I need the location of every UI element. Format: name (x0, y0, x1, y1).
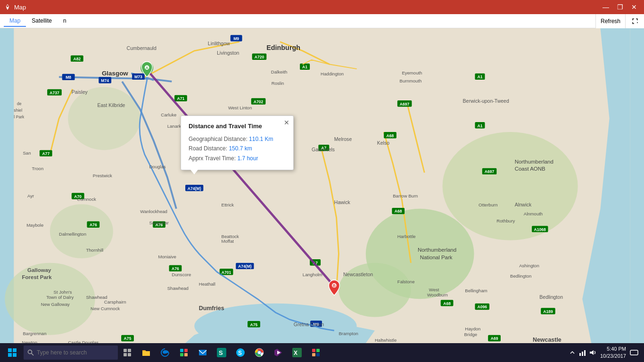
road-value: 150.7 km (229, 145, 252, 152)
svg-text:A: A (146, 66, 149, 70)
svg-rect-177 (128, 353, 131, 356)
svg-point-8 (443, 132, 578, 240)
clock-date: 10/23/2017 (600, 353, 626, 360)
edge-button[interactable] (157, 344, 173, 361)
svg-text:Northumberland: Northumberland (515, 159, 553, 165)
svg-point-1 (7, 5, 8, 7)
svg-text:Melrose: Melrose (334, 136, 352, 142)
svg-rect-178 (142, 351, 150, 356)
svg-text:Cumnock: Cumnock (77, 197, 96, 202)
svg-text:Rothbury: Rothbury (496, 218, 515, 223)
svg-text:Galashiels: Galashiels (312, 147, 335, 152)
search-bar[interactable] (24, 346, 118, 360)
excel-button[interactable]: X (289, 344, 305, 361)
popup-close-button[interactable]: ✕ (284, 119, 289, 126)
misc-icon (311, 348, 321, 357)
svg-text:Maybole: Maybole (26, 222, 43, 228)
svg-text:Eyemouth: Eyemouth (402, 70, 422, 75)
svg-text:shiel: shiel (14, 108, 22, 113)
svg-text:A75: A75 (250, 322, 258, 327)
svg-text:Newcastle: Newcastle (533, 337, 561, 343)
store-icon (179, 348, 189, 357)
notification-icon[interactable] (630, 349, 638, 356)
mail-button[interactable] (194, 344, 211, 361)
titlebar-title: Map (14, 4, 26, 11)
svg-text:Haltwhistle: Haltwhistle (375, 337, 396, 343)
fullscreen-button[interactable] (625, 14, 644, 28)
chrome-icon (255, 348, 264, 357)
fullscreen-icon (632, 18, 638, 25)
misc-button[interactable] (307, 344, 324, 361)
svg-text:A1: A1 (477, 74, 482, 79)
visual-studio-icon (273, 348, 283, 357)
svg-text:A76: A76 (172, 266, 179, 271)
svg-text:Bellingham: Bellingham (465, 288, 487, 293)
file-explorer-button[interactable] (138, 344, 155, 361)
svg-text:A1: A1 (302, 65, 307, 69)
svg-rect-180 (184, 349, 188, 352)
store-button[interactable] (175, 344, 192, 361)
svg-text:Lanark: Lanark (167, 123, 181, 129)
svg-text:A68: A68 (387, 133, 394, 138)
svg-text:West Linton: West Linton (228, 105, 252, 110)
refresh-button[interactable]: Refresh (595, 14, 625, 28)
svg-rect-196 (316, 353, 320, 356)
svg-text:Douglas: Douglas (149, 164, 165, 169)
svg-text:A697: A697 (485, 169, 495, 174)
minimize-button[interactable]: — (600, 3, 612, 11)
geo-label: Geographical Distance: (189, 136, 248, 142)
popup-content: Geographical Distance: 110.1 Km Road Dis… (189, 134, 286, 163)
chrome-button[interactable] (251, 344, 268, 361)
svg-text:Alnmouth: Alnmouth (524, 211, 543, 216)
svg-text:A1: A1 (477, 123, 482, 128)
start-button[interactable] (3, 343, 22, 362)
tab-satellite[interactable]: Satellite (26, 16, 58, 27)
titlebar-left: Map (4, 3, 26, 11)
svg-rect-182 (184, 353, 188, 356)
tab-terrain[interactable]: n (58, 16, 72, 27)
skype-button[interactable]: S (232, 344, 249, 361)
svg-text:A82: A82 (73, 57, 81, 61)
travel-value: 1.7 hour (237, 155, 258, 162)
svg-text:A737: A737 (50, 90, 59, 95)
svg-text:Newton: Newton (22, 340, 37, 343)
svg-text:A69: A69 (491, 336, 498, 341)
clock[interactable]: 5:40 PM 10/23/2017 (600, 346, 626, 360)
svg-rect-168 (8, 348, 12, 352)
visual-studio-button[interactable] (270, 344, 287, 361)
svg-text:Town of Dalry: Town of Dalry (46, 295, 74, 300)
popup-title: Distance and Travel Time (189, 123, 286, 130)
svg-text:Ettrick: Ettrick (222, 202, 234, 207)
svg-text:Haydon: Haydon (465, 326, 480, 331)
svg-text:Wanlockhead: Wanlockhead (140, 209, 167, 214)
svg-text:St John's: St John's (54, 289, 72, 295)
sway-button[interactable]: S (213, 344, 230, 361)
svg-text:Dumfries: Dumfries (199, 305, 224, 312)
close-button[interactable]: ✕ (628, 3, 640, 11)
restore-button[interactable]: ❐ (614, 3, 626, 11)
map-background[interactable]: M8 M74 M73 A82 A71 A720 M9 A7 A74(M) (0, 28, 644, 343)
svg-text:Brampton: Brampton (339, 331, 358, 336)
titlebar-controls: — ❐ ✕ (600, 3, 640, 11)
svg-rect-179 (180, 349, 183, 352)
svg-text:Falstone: Falstone (397, 279, 415, 284)
svg-text:New Cumnock: New Cumnock (91, 306, 120, 311)
svg-text:Langholm: Langholm (303, 272, 322, 277)
svg-text:Cumbernauld: Cumbernauld (127, 45, 157, 51)
svg-text:Heathall: Heathall (199, 281, 215, 287)
svg-rect-195 (312, 353, 315, 356)
search-input[interactable] (37, 349, 107, 356)
svg-text:Hawick: Hawick (334, 199, 351, 205)
svg-text:A68: A68 (443, 301, 451, 306)
chevron-up-icon[interactable] (569, 349, 576, 356)
task-view-button[interactable] (119, 344, 136, 361)
svg-text:A1068: A1068 (534, 227, 546, 232)
svg-text:M73: M73 (134, 74, 142, 79)
tab-map[interactable]: Map (4, 16, 26, 27)
svg-text:A71: A71 (177, 96, 185, 101)
svg-text:Livingston: Livingston (217, 50, 239, 56)
sway-icon: S (217, 348, 226, 357)
svg-rect-175 (128, 349, 131, 352)
svg-text:Coast AONB: Coast AONB (515, 166, 545, 172)
svg-text:Linlithgow: Linlithgow (208, 41, 230, 46)
